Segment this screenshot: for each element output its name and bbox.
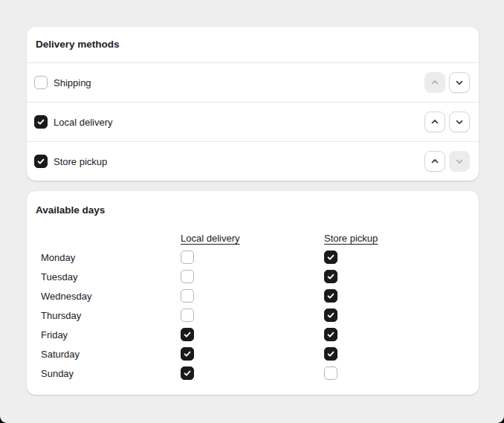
checkbox-store-pickup-wednesday[interactable]: [324, 289, 337, 303]
chevron-down-icon: [455, 117, 464, 126]
checkmark-icon: [326, 272, 335, 281]
move-up-button: [424, 72, 445, 93]
day-label: Saturday: [41, 349, 181, 360]
available-days-table: Local delivery Store pickup MondayTuesda…: [41, 228, 470, 383]
page: Delivery methods ShippingLocal deliveryS…: [0, 0, 504, 423]
column-header-store-pickup[interactable]: Store pickup: [324, 233, 378, 244]
checkbox-store-pickup-tuesday[interactable]: [324, 270, 337, 283]
checkbox-store-pickup[interactable]: [34, 155, 48, 168]
delivery-methods-title: Delivery methods: [27, 27, 479, 62]
day-label: Tuesday: [41, 271, 181, 282]
available-days-rows: MondayTuesdayWednesdayThursdayFridaySatu…: [41, 248, 470, 383]
available-day-row-saturday: Saturday: [41, 344, 470, 364]
checkbox-local-delivery-tuesday[interactable]: [181, 270, 194, 283]
delivery-methods-list: ShippingLocal deliveryStore pickup: [27, 62, 479, 181]
checkbox-store-pickup-saturday[interactable]: [324, 347, 337, 361]
checkbox-shipping[interactable]: [34, 76, 48, 89]
checkbox-store-pickup-sunday[interactable]: [324, 367, 337, 380]
checkmark-icon: [326, 253, 335, 262]
chevron-up-icon: [430, 157, 439, 166]
chevron-down-icon: [455, 157, 464, 166]
chevron-down-icon: [455, 78, 464, 87]
move-up-button[interactable]: [424, 151, 445, 172]
column-header-local-delivery[interactable]: Local delivery: [181, 233, 240, 244]
checkbox-store-pickup-monday[interactable]: [324, 251, 337, 264]
checkbox-local-delivery-monday[interactable]: [181, 251, 194, 264]
checkbox-local-delivery-thursday[interactable]: [181, 309, 194, 322]
delivery-methods-card: Delivery methods ShippingLocal deliveryS…: [27, 27, 479, 181]
checkbox-local-delivery-saturday[interactable]: [181, 347, 194, 361]
available-day-row-tuesday: Tuesday: [41, 267, 470, 286]
checkbox-local-delivery-wednesday[interactable]: [181, 289, 194, 303]
checkmark-icon: [326, 311, 335, 320]
delivery-method-row-store-pickup: Store pickup: [27, 141, 479, 181]
available-day-row-monday: Monday: [41, 248, 470, 267]
available-days-title: Available days: [36, 203, 470, 218]
checkmark-icon: [183, 369, 192, 378]
checkmark-icon: [326, 349, 335, 358]
available-day-row-thursday: Thursday: [41, 306, 470, 325]
available-day-row-sunday: Sunday: [41, 364, 470, 383]
checkbox-local-delivery-sunday[interactable]: [181, 367, 194, 380]
available-day-row-wednesday: Wednesday: [41, 286, 470, 306]
reorder-buttons: [424, 151, 470, 172]
delivery-method-label[interactable]: Local delivery: [54, 117, 424, 128]
checkmark-icon: [326, 291, 335, 300]
delivery-method-label[interactable]: Shipping: [54, 77, 424, 88]
delivery-method-row-local-delivery: Local delivery: [27, 102, 479, 141]
checkmark-icon: [183, 349, 192, 358]
checkmark-icon: [183, 330, 192, 339]
available-days-card: Available days Local delivery Store pick…: [27, 191, 479, 395]
checkmark-icon: [36, 157, 45, 166]
day-label: Friday: [41, 329, 181, 340]
day-label: Thursday: [41, 310, 181, 321]
checkbox-local-delivery[interactable]: [34, 115, 48, 129]
move-up-button[interactable]: [424, 112, 445, 132]
delivery-method-row-shipping: Shipping: [27, 62, 479, 102]
day-label: Sunday: [41, 368, 181, 379]
chevron-up-icon: [430, 117, 439, 126]
move-down-button[interactable]: [449, 112, 470, 132]
checkmark-icon: [36, 117, 45, 126]
checkbox-local-delivery-friday[interactable]: [181, 328, 194, 341]
move-down-button[interactable]: [449, 72, 470, 93]
checkmark-icon: [326, 330, 335, 339]
available-day-row-friday: Friday: [41, 325, 470, 344]
reorder-buttons: [424, 72, 470, 93]
delivery-method-label[interactable]: Store pickup: [54, 156, 424, 167]
move-down-button: [449, 151, 470, 172]
table-header-row: Local delivery Store pickup: [41, 228, 470, 248]
checkbox-store-pickup-friday[interactable]: [324, 328, 337, 341]
reorder-buttons: [424, 112, 470, 132]
day-label: Wednesday: [41, 291, 181, 302]
day-label: Monday: [41, 252, 181, 263]
chevron-up-icon: [430, 78, 439, 87]
checkbox-store-pickup-thursday[interactable]: [324, 309, 337, 322]
